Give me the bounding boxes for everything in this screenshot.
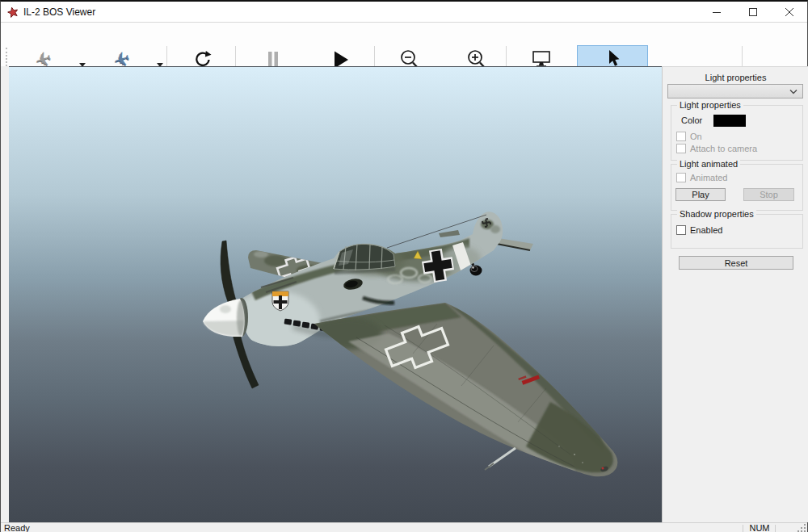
num-lock-indicator: NUM xyxy=(746,523,773,532)
status-message: Ready xyxy=(4,523,30,532)
left-margin-strip xyxy=(1,66,9,522)
statusbar: Ready NUM xyxy=(1,522,807,532)
attach-to-camera-label: Attach to camera xyxy=(690,144,757,153)
close-icon xyxy=(785,7,794,17)
window-title: IL-2 BOS Viewer xyxy=(23,6,95,18)
shadow-properties-group: Shadow properties Enabled xyxy=(671,214,803,249)
app-window: IL-2 BOS Viewer ✈ Load model ✈ Load skin xyxy=(0,0,808,532)
titlebar[interactable]: IL-2 BOS Viewer xyxy=(1,2,807,23)
on-checkbox[interactable] xyxy=(676,132,686,141)
group-title: Light animated xyxy=(677,159,740,169)
statusbar-separator xyxy=(743,525,743,532)
light-select-combobox[interactable] xyxy=(667,84,803,98)
shadow-enabled-checkbox[interactable] xyxy=(676,225,686,235)
toolbar: ✈ Load model ✈ Load skin Refresh scene P… xyxy=(1,23,807,66)
light-color-swatch[interactable] xyxy=(713,115,746,127)
near-wing xyxy=(314,303,617,476)
panel-title: Light properties xyxy=(663,73,808,82)
shadow-enabled-label: Enabled xyxy=(690,225,722,235)
viewport-3d[interactable] xyxy=(9,66,662,522)
pitot-tube xyxy=(485,448,516,470)
close-button[interactable] xyxy=(771,2,807,23)
reset-button[interactable]: Reset xyxy=(679,256,793,270)
attach-camera-row: Attach to camera xyxy=(676,144,757,153)
shadow-enabled-row: Enabled xyxy=(676,225,722,235)
statusbar-separator xyxy=(775,525,776,532)
animated-row: Animated xyxy=(676,173,727,182)
group-title: Light properties xyxy=(677,100,743,110)
attach-to-camera-checkbox[interactable] xyxy=(676,144,686,153)
animated-label: Animated xyxy=(690,173,727,182)
maximize-icon xyxy=(748,7,758,17)
animated-checkbox[interactable] xyxy=(676,173,686,182)
light-on-row: On xyxy=(676,132,702,141)
light-properties-panel: Light properties Light properties Color … xyxy=(662,66,808,522)
canopy xyxy=(334,244,395,270)
minimize-icon xyxy=(712,7,722,17)
stop-button[interactable]: Stop xyxy=(743,188,794,201)
chevron-down-icon xyxy=(789,89,797,94)
color-label: Color xyxy=(681,115,702,125)
resize-grip[interactable] xyxy=(797,524,806,532)
maximize-button[interactable] xyxy=(734,2,771,23)
light-animated-group: Light animated Animated Play Stop xyxy=(671,164,803,211)
on-label: On xyxy=(690,132,702,141)
app-logo-star-icon xyxy=(7,6,19,18)
spinner xyxy=(203,298,248,337)
group-title: Shadow properties xyxy=(677,209,756,219)
light-properties-group: Light properties Color On Attach to came… xyxy=(671,105,803,161)
aircraft-3d-model[interactable] xyxy=(9,67,662,523)
minimize-button[interactable] xyxy=(698,2,734,23)
play-button[interactable]: Play xyxy=(675,188,726,201)
